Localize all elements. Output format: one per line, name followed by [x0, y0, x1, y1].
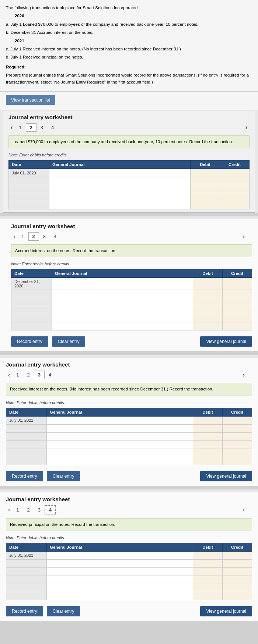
ws4-credit-5[interactable] — [223, 584, 252, 592]
ws1-debit-3[interactable] — [191, 185, 220, 193]
ws2-record-button[interactable]: Record entry — [11, 336, 48, 347]
ws3-journal-3[interactable] — [47, 432, 193, 440]
ws2-journal-5[interactable] — [52, 314, 193, 322]
ws1-journal-4[interactable] — [49, 193, 191, 201]
ws4-record-button[interactable]: Record entry — [6, 606, 43, 616]
ws1-credit-5[interactable] — [220, 201, 250, 209]
ws3-tab-2[interactable]: 2 — [23, 371, 34, 379]
ws4-debit-1[interactable] — [193, 551, 223, 559]
ws3-credit-4[interactable] — [223, 440, 252, 449]
ws4-debit-6[interactable] — [193, 592, 223, 600]
ws1-debit-2[interactable] — [191, 177, 220, 185]
ws4-debit-2[interactable] — [193, 559, 223, 567]
ws4-debit-5[interactable] — [193, 584, 223, 592]
ws1-credit-4[interactable] — [220, 193, 250, 201]
ws3-tab-3[interactable]: 3 — [34, 371, 45, 379]
ws2-journal-4[interactable] — [52, 306, 193, 314]
ws4-next-arrow[interactable]: › — [241, 506, 247, 514]
ws2-tab-4[interactable]: 4 — [50, 232, 60, 241]
ws3-debit-1[interactable] — [193, 416, 223, 424]
ws2-journal-1[interactable] — [52, 278, 193, 290]
ws4-journal-5[interactable] — [47, 584, 193, 592]
ws4-tab-1[interactable]: 1 — [12, 506, 23, 514]
ws1-debit-4[interactable] — [191, 193, 220, 201]
ws4-debit-3[interactable] — [193, 567, 223, 576]
ws2-tab-3[interactable]: 3 — [39, 232, 50, 241]
ws2-credit-1[interactable] — [223, 278, 252, 290]
ws4-credit-6[interactable] — [223, 592, 252, 600]
ws2-credit-4[interactable] — [223, 306, 252, 314]
ws2-journal-2[interactable] — [52, 290, 193, 298]
ws2-prev-arrow[interactable]: ‹ — [11, 233, 17, 241]
ws1-prev-arrow[interactable]: ‹ — [8, 123, 15, 131]
ws2-tab-1[interactable]: 1 — [17, 232, 28, 241]
ws1-credit-1[interactable] — [220, 169, 250, 177]
ws1-next-arrow[interactable]: › — [243, 123, 250, 131]
ws1-journal-1[interactable] — [49, 169, 191, 177]
ws4-credit-2[interactable] — [223, 559, 252, 567]
ws4-journal-3[interactable] — [47, 567, 193, 576]
ws4-credit-4[interactable] — [223, 576, 252, 584]
ws3-journal-2[interactable] — [47, 424, 193, 432]
ws3-debit-6[interactable] — [193, 457, 223, 465]
ws4-journal-6[interactable] — [47, 592, 193, 600]
ws2-credit-2[interactable] — [223, 290, 252, 298]
ws3-credit-3[interactable] — [223, 432, 252, 440]
ws3-journal-1[interactable] — [47, 416, 193, 424]
ws3-journal-6[interactable] — [47, 457, 193, 465]
ws4-journal-1[interactable] — [47, 551, 193, 559]
ws3-credit-5[interactable] — [223, 449, 252, 457]
ws4-prev-arrow[interactable]: ‹ — [6, 506, 12, 514]
ws2-credit-6[interactable] — [223, 322, 252, 330]
ws3-debit-4[interactable] — [193, 440, 223, 449]
ws3-record-button[interactable]: Record entry — [6, 471, 43, 481]
ws4-credit-1[interactable] — [223, 551, 252, 559]
ws4-journal-2[interactable] — [47, 559, 193, 567]
ws1-tab-3[interactable]: 3 — [36, 123, 47, 132]
ws3-journal-5[interactable] — [47, 449, 193, 457]
ws3-next-arrow[interactable]: › — [241, 371, 247, 379]
ws3-credit-6[interactable] — [223, 457, 252, 465]
ws2-view-journal-button[interactable]: View general journal — [200, 336, 252, 347]
ws1-journal-2[interactable] — [49, 177, 191, 185]
ws1-journal-3[interactable] — [49, 185, 191, 193]
ws2-credit-3[interactable] — [223, 298, 252, 306]
ws3-tab-4[interactable]: 4 — [45, 371, 55, 379]
ws3-debit-2[interactable] — [193, 424, 223, 432]
ws1-debit-1[interactable] — [191, 169, 220, 177]
ws4-view-journal-button[interactable]: View general journal — [200, 606, 252, 616]
ws2-journal-6[interactable] — [52, 322, 193, 330]
ws2-debit-1[interactable] — [193, 278, 223, 290]
ws3-credit-2[interactable] — [223, 424, 252, 432]
ws3-journal-4[interactable] — [47, 440, 193, 449]
ws4-journal-4[interactable] — [47, 576, 193, 584]
ws1-tab-2[interactable]: 2 — [26, 123, 36, 132]
ws3-view-journal-button[interactable]: View general journal — [200, 471, 252, 481]
ws2-next-arrow[interactable]: › — [241, 233, 247, 241]
ws4-tab-3[interactable]: 3 — [34, 506, 45, 514]
ws4-tab-2[interactable]: 2 — [23, 506, 34, 514]
ws2-journal-3[interactable] — [52, 298, 193, 306]
ws1-tab-1[interactable]: 1 — [15, 123, 25, 132]
ws3-credit-1[interactable] — [223, 416, 252, 424]
ws4-tab-4[interactable]: 4 — [45, 505, 56, 514]
ws2-debit-6[interactable] — [193, 322, 223, 330]
ws2-clear-button[interactable]: Clear entry — [52, 336, 86, 347]
ws2-debit-2[interactable] — [193, 290, 223, 298]
ws2-debit-4[interactable] — [193, 306, 223, 314]
ws1-debit-5[interactable] — [191, 201, 220, 209]
ws2-credit-5[interactable] — [223, 314, 252, 322]
ws4-clear-button[interactable]: Clear entry — [47, 606, 80, 616]
ws2-debit-3[interactable] — [193, 298, 223, 306]
ws3-debit-5[interactable] — [193, 449, 223, 457]
ws3-debit-3[interactable] — [193, 432, 223, 440]
ws1-credit-3[interactable] — [220, 185, 250, 193]
ws1-credit-2[interactable] — [220, 177, 250, 185]
ws4-credit-3[interactable] — [223, 567, 252, 576]
ws4-debit-4[interactable] — [193, 576, 223, 584]
ws1-tab-4[interactable]: 4 — [47, 123, 58, 132]
ws2-tab-2[interactable]: 2 — [28, 232, 39, 241]
ws1-journal-5[interactable] — [49, 201, 191, 209]
ws2-debit-5[interactable] — [193, 314, 223, 322]
ws3-tab-1[interactable]: 1 — [12, 371, 23, 379]
